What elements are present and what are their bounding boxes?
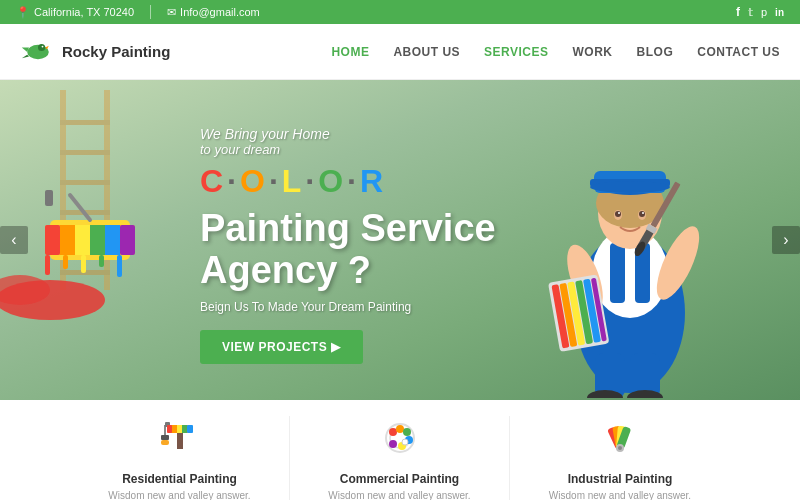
- service-card-residential: Residential Painting Wisdom new and vall…: [70, 416, 290, 500]
- svg-point-0: [27, 44, 49, 58]
- svg-point-2: [38, 43, 45, 50]
- svg-rect-35: [610, 243, 625, 303]
- svg-rect-67: [161, 435, 169, 440]
- svg-rect-70: [167, 425, 172, 433]
- svg-rect-65: [177, 433, 183, 449]
- svg-point-47: [618, 212, 620, 214]
- svg-point-83: [402, 439, 408, 445]
- service-card-commercial: Commercial Painting Wisdom new and valle…: [290, 416, 510, 500]
- svg-marker-5: [22, 54, 29, 58]
- nav-about[interactable]: ABOUT US: [393, 45, 460, 59]
- hero-title: Painting Service Agency ?: [200, 208, 496, 292]
- top-bar: 📍 California, TX 70240 ✉ Info@gmail.com …: [0, 0, 800, 24]
- svg-rect-71: [172, 425, 177, 433]
- services-section: Residential Painting Wisdom new and vall…: [0, 400, 800, 500]
- nav-contact[interactable]: CONTACT US: [697, 45, 780, 59]
- pinterest-icon[interactable]: p: [761, 6, 767, 18]
- nav-work[interactable]: WORK: [573, 45, 613, 59]
- location-icon: 📍: [16, 6, 30, 19]
- svg-point-78: [396, 425, 404, 433]
- service-card-industrial: Industrial Painting Wisdom new and valle…: [510, 416, 730, 500]
- social-icons: f 𝕥 p in: [736, 5, 784, 19]
- painter-figure: [500, 80, 760, 400]
- location-text: California, TX 70240: [34, 6, 134, 18]
- residential-icon: [100, 420, 259, 466]
- svg-point-81: [389, 440, 397, 448]
- nav-blog[interactable]: BLOG: [637, 45, 674, 59]
- residential-title: Residential Painting: [100, 472, 259, 486]
- facebook-icon[interactable]: f: [736, 5, 740, 19]
- svg-point-3: [42, 45, 44, 47]
- svg-point-42: [590, 181, 670, 193]
- nav-links: HOME ABOUT US SERVICES WORK BLOG CONTACT…: [331, 45, 780, 59]
- svg-point-45: [615, 211, 621, 217]
- nav-home[interactable]: HOME: [331, 45, 369, 59]
- carousel-prev-button[interactable]: ‹: [0, 226, 28, 254]
- svg-point-89: [618, 446, 622, 450]
- svg-point-46: [639, 211, 645, 217]
- linkedin-icon[interactable]: in: [775, 7, 784, 18]
- color-letters: C·O·L·O·R: [200, 163, 496, 200]
- hero-content: We Bring your Home to your dream C·O·L·O…: [0, 116, 496, 364]
- svg-point-77: [389, 428, 397, 436]
- residential-desc: Wisdom new and valley answer.: [100, 490, 259, 500]
- email-icon: ✉: [167, 6, 176, 19]
- color-text-area: We Bring your Home to your dream C·O·L·O…: [200, 126, 496, 200]
- svg-rect-72: [177, 425, 182, 433]
- email-text: Info@gmail.com: [180, 6, 260, 18]
- commercial-icon: [320, 420, 479, 466]
- hero-subtitle: Beign Us To Made Your Dream Painting: [200, 300, 496, 314]
- industrial-icon: [540, 420, 700, 466]
- navbar: Rocky Painting HOME ABOUT US SERVICES WO…: [0, 24, 800, 80]
- svg-point-48: [642, 212, 644, 214]
- commercial-desc: Wisdom new and valley answer.: [320, 490, 479, 500]
- nav-services[interactable]: SERVICES: [484, 45, 548, 59]
- location-info: 📍 California, TX 70240: [16, 6, 134, 19]
- view-projects-button[interactable]: VIEW PROJECTS ▶: [200, 330, 363, 364]
- svg-point-79: [403, 428, 411, 436]
- svg-rect-74: [187, 425, 193, 433]
- we-bring-text: We Bring your Home: [200, 126, 496, 142]
- logo: Rocky Painting: [20, 38, 170, 66]
- email-info: ✉ Info@gmail.com: [167, 6, 260, 19]
- painter-svg: [510, 83, 750, 398]
- svg-rect-66: [161, 440, 169, 445]
- industrial-desc: Wisdom new and valley answer.: [540, 490, 700, 500]
- divider: [150, 5, 151, 19]
- hero-section: We Bring your Home to your dream C·O·L·O…: [0, 80, 800, 400]
- logo-icon: [20, 38, 56, 66]
- twitter-icon[interactable]: 𝕥: [748, 6, 753, 19]
- to-dream-text: to your dream: [200, 142, 496, 157]
- carousel-next-button[interactable]: ›: [772, 226, 800, 254]
- commercial-title: Commercial Painting: [320, 472, 479, 486]
- logo-text: Rocky Painting: [62, 43, 170, 60]
- svg-rect-73: [182, 425, 187, 433]
- industrial-title: Industrial Painting: [540, 472, 700, 486]
